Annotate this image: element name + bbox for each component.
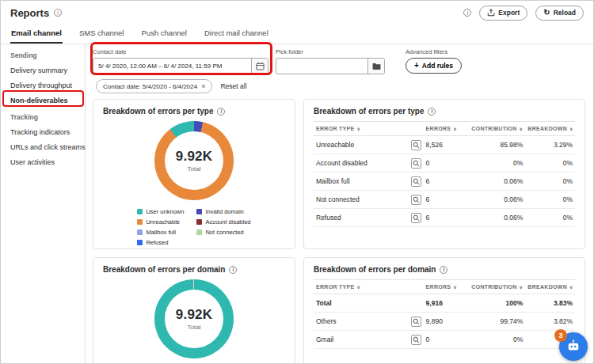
error-type-cell: Refused [314, 209, 424, 227]
sidebar-item-delivery-summary[interactable]: Delivery summary [1, 63, 85, 78]
table-row: Gmail00%0% [314, 331, 575, 349]
tab-push-channel[interactable]: Push channel [140, 25, 188, 44]
breakdown-cell: 0% [525, 173, 575, 191]
sort-chevron-icon[interactable]: ∨ [357, 127, 361, 131]
donut-total-label: Total [188, 165, 201, 173]
errors-cell: 0 [424, 154, 463, 173]
column-header-breakdown[interactable]: BREAKDOWN∨ [525, 122, 575, 136]
advanced-filters-label: Advanced filters [406, 48, 462, 55]
filter-chip-label: Contact date: 5/4/2020 - 6/4/2024 [103, 83, 197, 90]
sidebar-item-tracking-indicators[interactable]: Tracking indicators [1, 124, 85, 139]
preview-icon[interactable] [411, 195, 421, 205]
donut-total-label: Total [188, 324, 201, 331]
contribution-cell: 0% [463, 154, 525, 173]
column-header-contribution[interactable]: CONTRIBUTION∨ [463, 280, 525, 294]
tab-email-channel[interactable]: Email channel [10, 25, 63, 44]
panel-title-text: Breakdown of errors per type [103, 107, 213, 116]
breakdown-cell: 3.82% [525, 313, 575, 331]
filter-chip[interactable]: Contact date: 5/4/2020 - 6/4/2024 × [96, 79, 212, 93]
sort-chevron-icon[interactable]: ∨ [453, 285, 457, 290]
column-header-errors[interactable]: ERRORS∨ [424, 280, 463, 294]
panel-title: Breakdown of errors per type i [314, 107, 575, 116]
errors-by-domain-table: ERROR TYPE∨ERRORS∨CONTRIBUTION∨BREAKDOWN… [314, 279, 575, 349]
pick-folder-input[interactable] [276, 58, 385, 74]
legend-swatch [196, 209, 202, 214]
panel-title: Breakdown of errors per type i [103, 107, 285, 116]
contact-date-value[interactable]: 5/ 4/ 2020, 12:00 AM – 6/ 4/ 2024, 11:59… [93, 63, 251, 70]
sidebar-item-non-deliverables[interactable]: Non-deliverables [1, 93, 85, 108]
reload-button[interactable]: ↻ Reload [535, 6, 584, 21]
column-header-error-type[interactable]: ERROR TYPE∨ [314, 280, 424, 294]
info-icon[interactable]: i [229, 266, 237, 274]
sort-chevron-icon[interactable]: ∨ [357, 285, 361, 290]
preview-icon[interactable] [411, 176, 421, 187]
tab-direct-mail-channel[interactable]: Direct mail channel [204, 25, 269, 44]
panel-errors-by-domain-table: Breakdown of errors per domain i ERROR T… [303, 257, 585, 363]
contribution-cell: 100% [463, 294, 525, 313]
legend-swatch [137, 209, 143, 214]
add-icon: + [414, 62, 419, 70]
legend-swatch [137, 219, 143, 225]
panel-title: Breakdown of errors per domain i [103, 265, 285, 274]
sidebar-item-urls-and-click-streams[interactable]: URLs and click streams [1, 139, 85, 154]
errors-cell: 6 [424, 191, 463, 209]
sidebar-item-user-activities[interactable]: User activities [1, 154, 85, 169]
preview-icon[interactable] [411, 213, 421, 223]
title-info-icon[interactable]: i [54, 9, 62, 17]
add-rules-label: Add rules [422, 62, 453, 70]
calendar-icon [256, 62, 265, 70]
donut-center: 9.92K Total [154, 279, 234, 358]
column-header-errors[interactable]: ERRORS∨ [424, 122, 463, 136]
donut-total-value: 9.92K [176, 149, 212, 165]
legend-label: User unknown [146, 208, 184, 215]
info-icon[interactable]: i [428, 108, 436, 116]
reset-all-link[interactable]: Reset all [220, 82, 246, 90]
info-letter: i [444, 267, 445, 272]
contact-date-input[interactable]: 5/ 4/ 2020, 12:00 AM – 6/ 4/ 2024, 11:59… [93, 58, 268, 74]
column-header-contribution[interactable]: CONTRIBUTION∨ [463, 122, 525, 136]
legend-label: Mailbox full [146, 229, 176, 236]
panel-title-text: Breakdown of errors per domain [314, 265, 436, 274]
help-info-icon[interactable]: i [463, 9, 471, 17]
column-header-breakdown[interactable]: BREAKDOWN∨ [525, 280, 575, 294]
breakdown-cell: 0% [525, 191, 575, 209]
panel-title-text: Breakdown of errors per domain [103, 265, 225, 274]
donut-chart[interactable]: 9.92K Total [154, 121, 234, 200]
preview-icon[interactable] [411, 335, 421, 345]
add-rules-button[interactable]: + Add rules [406, 58, 462, 74]
info-letter: i [221, 108, 223, 114]
preview-icon[interactable] [411, 140, 421, 150]
reload-label: Reload [554, 9, 576, 17]
calendar-button[interactable] [251, 59, 268, 74]
donut-wrap: 9.92K Total User unknownUnreachableMailb… [103, 121, 285, 246]
legend-label: Unreachable [146, 218, 180, 226]
panel-title-text: Breakdown of errors per type [314, 107, 424, 116]
sort-chevron-icon[interactable]: ∨ [520, 127, 524, 131]
sidebar-item-delivery-throughput[interactable]: Delivery throughput [1, 78, 85, 93]
tab-sms-channel[interactable]: SMS channel [78, 25, 125, 44]
sort-chevron-icon[interactable]: ∨ [453, 127, 457, 131]
preview-icon[interactable] [411, 317, 421, 327]
contribution-cell: 0.06% [463, 191, 525, 209]
chip-close-icon[interactable]: × [201, 83, 205, 90]
info-icon[interactable]: i [217, 108, 225, 116]
info-letter: i [432, 108, 433, 114]
error-type-cell: Account disabled [314, 154, 424, 173]
errors-cell: 0 [424, 331, 463, 349]
table-row: Unreachable8,52685.98%3.29% [314, 136, 575, 154]
sort-chevron-icon[interactable]: ∨ [520, 285, 524, 290]
table-row: Not connected60.06%0% [314, 191, 575, 209]
donut-chart[interactable]: 9.92K Total [154, 279, 234, 358]
breakdown-cell: 3.83% [525, 294, 575, 313]
preview-icon[interactable] [411, 158, 421, 169]
legend-swatch [196, 219, 202, 225]
export-button[interactable]: Export [479, 6, 527, 21]
column-header-error-type[interactable]: ERROR TYPE∨ [314, 122, 424, 136]
info-icon[interactable]: i [440, 266, 447, 274]
sort-chevron-icon[interactable]: ∨ [569, 127, 573, 131]
donut-center: 9.92K Total [154, 121, 234, 200]
errors-cell: 6 [424, 209, 463, 227]
folder-button[interactable] [367, 59, 384, 74]
sort-chevron-icon[interactable]: ∨ [569, 285, 573, 290]
error-type-cell: Mailbox full [314, 173, 424, 191]
